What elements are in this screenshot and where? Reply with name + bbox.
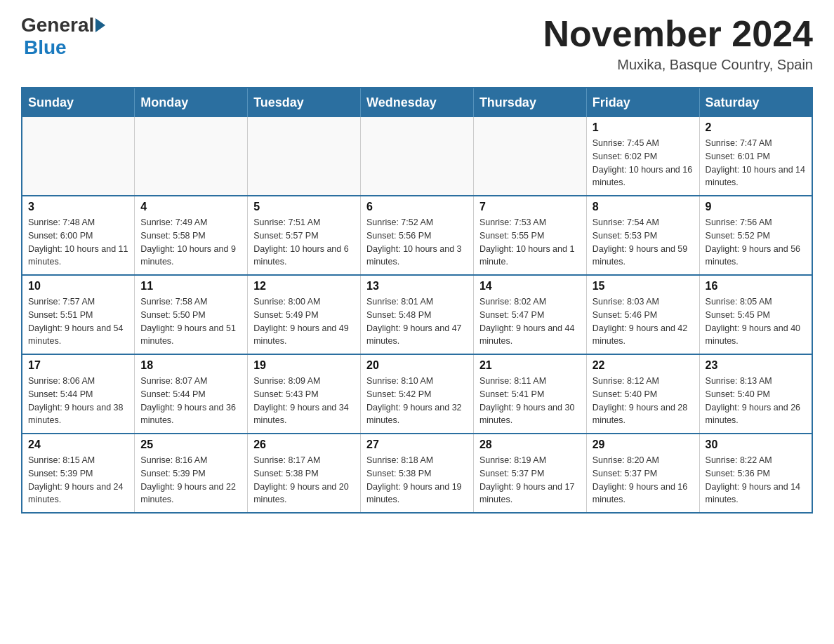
calendar-cell: 13Sunrise: 8:01 AMSunset: 5:48 PMDayligh… xyxy=(361,275,474,354)
calendar-cell: 25Sunrise: 8:16 AMSunset: 5:39 PMDayligh… xyxy=(135,434,248,513)
calendar-cell xyxy=(22,117,135,196)
day-number: 26 xyxy=(253,438,355,451)
calendar-cell: 12Sunrise: 8:00 AMSunset: 5:49 PMDayligh… xyxy=(248,275,361,354)
calendar-cell: 22Sunrise: 8:12 AMSunset: 5:40 PMDayligh… xyxy=(586,354,699,434)
day-info: Sunrise: 8:00 AMSunset: 5:49 PMDaylight:… xyxy=(253,295,355,348)
day-info: Sunrise: 8:19 AMSunset: 5:37 PMDaylight:… xyxy=(479,454,581,507)
day-number: 2 xyxy=(706,121,806,134)
logo-blue-text: Blue xyxy=(24,36,67,58)
day-number: 8 xyxy=(593,201,694,213)
day-number: 14 xyxy=(479,280,581,293)
calendar-cell: 23Sunrise: 8:13 AMSunset: 5:40 PMDayligh… xyxy=(699,354,812,434)
day-info: Sunrise: 7:51 AMSunset: 5:57 PMDaylight:… xyxy=(253,216,355,269)
calendar-cell: 16Sunrise: 8:05 AMSunset: 5:45 PMDayligh… xyxy=(699,275,812,354)
calendar-cell: 5Sunrise: 7:51 AMSunset: 5:57 PMDaylight… xyxy=(248,196,361,275)
day-number: 20 xyxy=(366,359,468,372)
calendar-week-row: 24Sunrise: 8:15 AMSunset: 5:39 PMDayligh… xyxy=(22,434,812,513)
day-info: Sunrise: 7:54 AMSunset: 5:53 PMDaylight:… xyxy=(593,216,694,269)
day-number: 29 xyxy=(593,438,694,451)
day-info: Sunrise: 8:16 AMSunset: 5:39 PMDaylight:… xyxy=(140,454,241,507)
calendar-week-row: 1Sunrise: 7:45 AMSunset: 6:02 PMDaylight… xyxy=(22,117,812,196)
day-info: Sunrise: 8:07 AMSunset: 5:44 PMDaylight:… xyxy=(140,375,241,427)
location-subtitle: Muxika, Basque Country, Spain xyxy=(543,57,813,73)
calendar-week-row: 17Sunrise: 8:06 AMSunset: 5:44 PMDayligh… xyxy=(22,354,812,434)
day-number: 17 xyxy=(28,359,128,372)
day-info: Sunrise: 8:20 AMSunset: 5:37 PMDaylight:… xyxy=(593,454,694,507)
day-info: Sunrise: 8:18 AMSunset: 5:38 PMDaylight:… xyxy=(366,454,468,507)
page-header: General Blue November 2024 Muxika, Basqu… xyxy=(21,14,813,73)
day-number: 27 xyxy=(366,438,468,451)
day-number: 13 xyxy=(366,280,468,293)
calendar-cell: 14Sunrise: 8:02 AMSunset: 5:47 PMDayligh… xyxy=(473,275,586,354)
calendar-cell: 28Sunrise: 8:19 AMSunset: 5:37 PMDayligh… xyxy=(473,434,586,513)
day-info: Sunrise: 8:05 AMSunset: 5:45 PMDaylight:… xyxy=(706,295,806,348)
calendar-cell xyxy=(361,117,474,196)
day-number: 24 xyxy=(28,438,128,451)
calendar-cell: 6Sunrise: 7:52 AMSunset: 5:56 PMDaylight… xyxy=(361,196,474,275)
day-info: Sunrise: 7:52 AMSunset: 5:56 PMDaylight:… xyxy=(366,216,468,269)
day-number: 1 xyxy=(593,121,694,134)
day-number: 4 xyxy=(140,201,241,213)
calendar-cell: 1Sunrise: 7:45 AMSunset: 6:02 PMDaylight… xyxy=(586,117,699,196)
calendar-cell: 21Sunrise: 8:11 AMSunset: 5:41 PMDayligh… xyxy=(473,354,586,434)
calendar-cell: 15Sunrise: 8:03 AMSunset: 5:46 PMDayligh… xyxy=(586,275,699,354)
calendar-cell: 7Sunrise: 7:53 AMSunset: 5:55 PMDaylight… xyxy=(473,196,586,275)
calendar-table: SundayMondayTuesdayWednesdayThursdayFrid… xyxy=(21,87,813,514)
logo: General Blue xyxy=(21,14,107,59)
day-info: Sunrise: 8:09 AMSunset: 5:43 PMDaylight:… xyxy=(253,375,355,427)
month-title: November 2024 xyxy=(543,14,813,54)
day-number: 10 xyxy=(28,280,128,293)
col-header-thursday: Thursday xyxy=(473,88,586,117)
calendar-week-row: 3Sunrise: 7:48 AMSunset: 6:00 PMDaylight… xyxy=(22,196,812,275)
day-number: 18 xyxy=(140,359,241,372)
day-info: Sunrise: 8:02 AMSunset: 5:47 PMDaylight:… xyxy=(479,295,581,348)
calendar-cell xyxy=(473,117,586,196)
calendar-cell: 11Sunrise: 7:58 AMSunset: 5:50 PMDayligh… xyxy=(135,275,248,354)
day-info: Sunrise: 8:22 AMSunset: 5:36 PMDaylight:… xyxy=(706,454,806,507)
day-number: 16 xyxy=(706,280,806,293)
day-number: 7 xyxy=(479,201,581,213)
day-number: 6 xyxy=(366,201,468,213)
day-info: Sunrise: 8:15 AMSunset: 5:39 PMDaylight:… xyxy=(28,454,128,507)
calendar-cell: 3Sunrise: 7:48 AMSunset: 6:00 PMDaylight… xyxy=(22,196,135,275)
col-header-monday: Monday xyxy=(135,88,248,117)
logo-general-text: General xyxy=(21,14,94,36)
calendar-cell: 18Sunrise: 8:07 AMSunset: 5:44 PMDayligh… xyxy=(135,354,248,434)
day-info: Sunrise: 8:17 AMSunset: 5:38 PMDaylight:… xyxy=(253,454,355,507)
calendar-cell: 8Sunrise: 7:54 AMSunset: 5:53 PMDaylight… xyxy=(586,196,699,275)
day-number: 12 xyxy=(253,280,355,293)
calendar-cell: 29Sunrise: 8:20 AMSunset: 5:37 PMDayligh… xyxy=(586,434,699,513)
day-info: Sunrise: 7:45 AMSunset: 6:02 PMDaylight:… xyxy=(593,137,694,189)
calendar-header-row: SundayMondayTuesdayWednesdayThursdayFrid… xyxy=(22,88,812,117)
calendar-cell xyxy=(248,117,361,196)
title-block: November 2024 Muxika, Basque Country, Sp… xyxy=(543,14,813,73)
col-header-wednesday: Wednesday xyxy=(361,88,474,117)
calendar-cell: 9Sunrise: 7:56 AMSunset: 5:52 PMDaylight… xyxy=(699,196,812,275)
day-info: Sunrise: 7:53 AMSunset: 5:55 PMDaylight:… xyxy=(479,216,581,269)
day-number: 11 xyxy=(140,280,241,293)
day-number: 22 xyxy=(593,359,694,372)
day-number: 15 xyxy=(593,280,694,293)
calendar-cell: 17Sunrise: 8:06 AMSunset: 5:44 PMDayligh… xyxy=(22,354,135,434)
col-header-friday: Friday xyxy=(586,88,699,117)
day-info: Sunrise: 8:03 AMSunset: 5:46 PMDaylight:… xyxy=(593,295,694,348)
day-number: 9 xyxy=(706,201,806,213)
day-info: Sunrise: 8:11 AMSunset: 5:41 PMDaylight:… xyxy=(479,375,581,427)
calendar-cell: 26Sunrise: 8:17 AMSunset: 5:38 PMDayligh… xyxy=(248,434,361,513)
day-info: Sunrise: 7:48 AMSunset: 6:00 PMDaylight:… xyxy=(28,216,128,269)
day-info: Sunrise: 7:49 AMSunset: 5:58 PMDaylight:… xyxy=(140,216,241,269)
col-header-saturday: Saturday xyxy=(699,88,812,117)
day-number: 23 xyxy=(706,359,806,372)
calendar-cell: 20Sunrise: 8:10 AMSunset: 5:42 PMDayligh… xyxy=(361,354,474,434)
day-number: 28 xyxy=(479,438,581,451)
day-info: Sunrise: 7:58 AMSunset: 5:50 PMDaylight:… xyxy=(140,295,241,348)
calendar-cell xyxy=(135,117,248,196)
calendar-cell: 19Sunrise: 8:09 AMSunset: 5:43 PMDayligh… xyxy=(248,354,361,434)
day-info: Sunrise: 8:06 AMSunset: 5:44 PMDaylight:… xyxy=(28,375,128,427)
day-info: Sunrise: 7:47 AMSunset: 6:01 PMDaylight:… xyxy=(706,137,806,189)
calendar-cell: 4Sunrise: 7:49 AMSunset: 5:58 PMDaylight… xyxy=(135,196,248,275)
day-number: 5 xyxy=(253,201,355,213)
day-number: 25 xyxy=(140,438,241,451)
logo-arrow-icon xyxy=(95,18,105,32)
day-number: 30 xyxy=(706,438,806,451)
